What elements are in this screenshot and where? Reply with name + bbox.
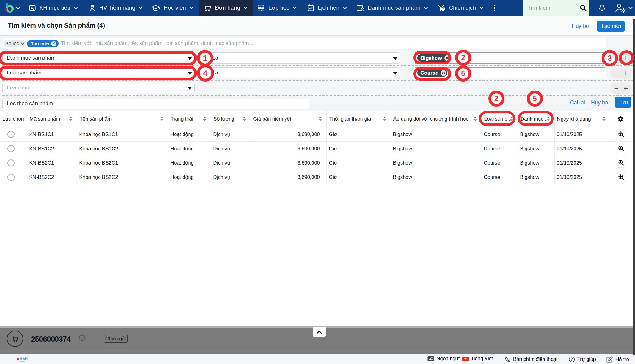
- svg-text:Abis: Abis: [20, 357, 28, 361]
